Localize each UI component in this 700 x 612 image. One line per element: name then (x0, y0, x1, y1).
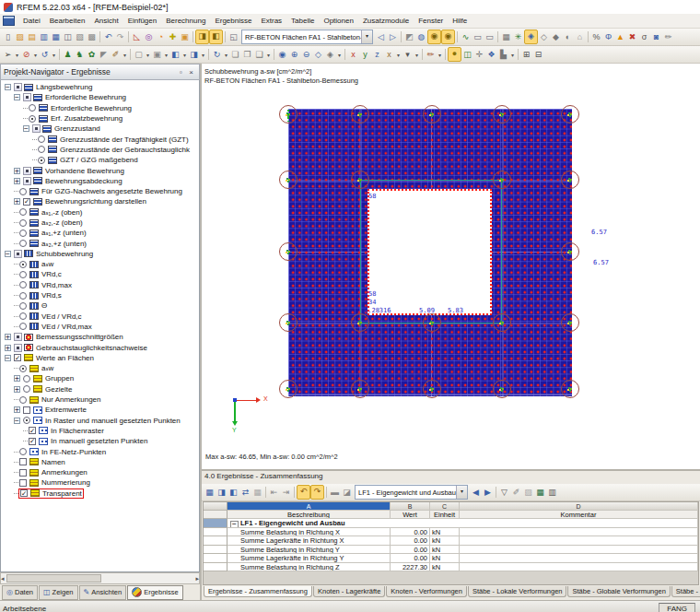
expand-plus-icon[interactable]: + (14, 198, 20, 205)
tree-item-nummerierung[interactable]: Nummerierung (1, 477, 199, 488)
table-row[interactable]: Summe Belastung in Richtung Y0.00kN (204, 546, 698, 555)
excel-export-icon[interactable]: ▦ (534, 486, 546, 499)
pin-icon[interactable]: ▫ (176, 68, 186, 76)
navigator-hscrollbar[interactable]: ◂ ▸ (0, 572, 200, 584)
tree-item-erforderliche-bewehrung[interactable]: Erforderliche Bewehrung (1, 103, 199, 113)
radio-in-fe-netz-punkten[interactable] (19, 448, 27, 455)
table-split-icon[interactable]: ◨ (216, 486, 228, 499)
radio-vrd-s[interactable] (19, 292, 27, 300)
draw-icon[interactable]: ✏ (425, 48, 437, 61)
close-icon[interactable]: × (186, 68, 196, 76)
visibility-icon[interactable]: ● (448, 47, 461, 62)
table-group-row[interactable]: −LF1 - Eigengewicht und Ausbau (204, 519, 698, 528)
row-header-cell[interactable] (204, 563, 228, 572)
tree-item-transparent[interactable]: Transparent (1, 488, 199, 499)
zoom-all-icon[interactable]: ◇ (312, 48, 324, 61)
chevron-down-icon[interactable]: ▾ (14, 52, 20, 58)
checkbox-nummerierung[interactable] (19, 479, 27, 487)
radio-vrd-c[interactable] (19, 271, 27, 278)
layers-icon[interactable]: ❏ (229, 48, 241, 61)
radio-a-w[interactable] (19, 261, 27, 268)
snap-icon[interactable]: ▣ (151, 48, 163, 61)
view-y-icon[interactable]: y (359, 48, 371, 61)
mdi-child-icon[interactable] (3, 16, 15, 26)
tree-item-schubbewehrung[interactable]: −Schubbewehrung (1, 249, 199, 259)
axes-icon[interactable]: ✛ (473, 48, 485, 61)
next-case-icon[interactable]: ▷ (387, 30, 399, 43)
table-tab-st-be-globale-verformungen[interactable]: Stäbe - Globale Verformungen (567, 586, 670, 597)
goto-first-icon[interactable]: ⇤ (268, 486, 280, 499)
chevron-down-icon[interactable]: ▾ (181, 52, 188, 58)
tree-item-grenzzust-nde-der-tragf-higkeit-gzt[interactable]: Grenzzustände der Tragfähigkeit (GZT) (1, 134, 199, 144)
category-button-icon[interactable] (14, 83, 22, 91)
checkbox-in-fl-chenraster[interactable] (29, 427, 36, 434)
view-iso-icon[interactable]: x (383, 48, 395, 61)
search-icon[interactable]: ✐ (510, 486, 522, 499)
chevron-down-icon[interactable]: ▾ (361, 30, 372, 43)
filter-icon[interactable]: ▽ (498, 486, 510, 499)
menu-tabelle[interactable]: Tabelle (286, 16, 319, 26)
table-undo-icon[interactable]: ↶ (297, 485, 310, 500)
collapse-minus-icon[interactable]: − (230, 521, 239, 528)
checkbox-extremwerte[interactable] (23, 406, 30, 414)
window-layout-2-icon[interactable]: ◧ (209, 29, 223, 44)
column-letter-A[interactable]: A (228, 502, 391, 511)
navigator-tab-daten[interactable]: ◎Daten (2, 585, 38, 600)
menu-hilfe[interactable]: Hilfe (448, 16, 472, 26)
tree-item-a-z-unten[interactable]: aₛ₁,+z (unten) (1, 228, 199, 238)
tree-item-grenzzust-nde-der-gebrauchstauglichk[interactable]: Grenzzustände der Gebrauchstauglichk (1, 145, 199, 155)
tree-item-gebrauchstauglichkeitsnachweise[interactable]: +Gebrauchstauglichkeitsnachweise (1, 342, 199, 352)
tree-item-erforderliche-bewehrung[interactable]: −Erforderliche Bewehrung (1, 92, 199, 102)
checkbox-namen[interactable] (19, 458, 27, 465)
wireframe-icon[interactable]: ◇ (538, 30, 550, 43)
percent-icon[interactable]: % (590, 30, 602, 43)
new-file-icon[interactable]: ▯ (2, 30, 14, 43)
zoom-window-icon[interactable]: ◉ (276, 48, 288, 61)
numbering-icon[interactable]: ◫ (461, 48, 473, 61)
category-button-icon[interactable] (14, 333, 22, 341)
radio-gruppen[interactable] (23, 375, 30, 382)
chevron-down-icon[interactable]: ▾ (336, 52, 343, 58)
chevron-down-icon[interactable]: ▾ (32, 52, 39, 58)
display-mode-icon[interactable]: ▦ (500, 30, 512, 43)
print-icon[interactable]: ◫ (62, 30, 74, 43)
table-toggle-icon[interactable]: ⊞ (520, 48, 532, 61)
tree-item-a-w[interactable]: aₛw (1, 363, 199, 373)
expand-plus-icon[interactable]: + (14, 386, 20, 393)
checkbox-bewehrungsrichtung-darstellen[interactable] (23, 198, 30, 206)
copy-icon[interactable]: ▩ (86, 30, 98, 43)
radio-vrd-max[interactable] (19, 281, 27, 288)
print-table-icon[interactable]: ▥ (546, 486, 558, 499)
tree-item-in-raster-und-manuell-gesetzten-punkten[interactable]: −In Raster und manuell gesetzten Punkten (1, 416, 199, 426)
render-icon[interactable]: ✳ (512, 30, 524, 43)
tree-item-bewehrungsabdeckung[interactable]: +Bewehrungsabdeckung (1, 176, 199, 186)
colors-icon[interactable]: ▙ (497, 48, 509, 61)
tree-item-[interactable]: Θ (1, 300, 199, 311)
expand-minus-icon[interactable]: − (5, 84, 11, 90)
tree-item-grenzzustand[interactable]: −Grenzzustand (1, 124, 199, 134)
edit-icon[interactable]: ◺ (131, 30, 143, 43)
folder-icon[interactable]: ▣ (179, 30, 191, 43)
expand-plus-icon[interactable]: + (14, 406, 20, 413)
tree-item-gezielte[interactable]: +Gezielte (1, 384, 199, 394)
tree-item-vrd-c[interactable]: VRd,c (1, 269, 199, 279)
row-header-cell[interactable] (204, 546, 228, 555)
symbols-icon[interactable]: ❖ (485, 48, 497, 61)
module-combo[interactable]: RF-BETON Flächen FA1 - Stahlbeton-Be▾ (241, 29, 373, 44)
chevron-down-icon[interactable]: ▾ (200, 52, 206, 58)
chevron-down-icon[interactable]: ▾ (163, 52, 169, 58)
chevron-down-icon[interactable]: ▾ (395, 52, 402, 58)
prev-case-icon[interactable]: ◁ (375, 30, 387, 43)
module-icon[interactable]: ◱ (228, 30, 239, 43)
halfmodel-icon[interactable]: ◐ (562, 30, 574, 43)
grid-icon[interactable]: ▢ (133, 48, 145, 61)
chevron-down-icon[interactable]: ▾ (122, 52, 128, 58)
undo-icon[interactable]: ↶ (102, 30, 114, 43)
surface-icon[interactable]: ✿ (86, 48, 98, 61)
menu-extras[interactable]: Extras (256, 16, 286, 26)
views-icon[interactable]: ❑ (253, 48, 265, 61)
radio-in-raster-und-manuell-gesetzten-punkten[interactable] (23, 417, 30, 424)
radio-ved-vrd-c[interactable] (19, 312, 27, 320)
tree-item-in-fl-chenraster[interactable]: In Flächenraster (1, 426, 199, 436)
member-icon[interactable]: ♞ (74, 48, 86, 61)
